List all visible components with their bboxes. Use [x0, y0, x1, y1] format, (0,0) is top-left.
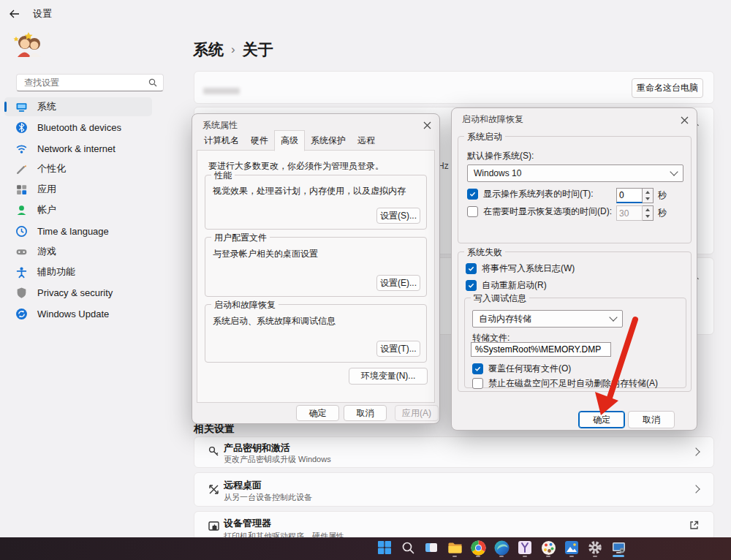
group-label: 启动和故障恢复 — [211, 299, 279, 311]
group-label: 用户配置文件 — [211, 232, 270, 244]
group-desc: 系统启动、系统故障和调试信息 — [213, 315, 336, 328]
close-icon[interactable] — [420, 118, 433, 132]
sidebar-item-windows-update[interactable]: Windows Update — [4, 304, 152, 323]
cancel-button[interactable]: 取消 — [628, 411, 675, 428]
environment-variables-button[interactable]: 环境变量(N)... — [349, 368, 428, 385]
recovery-timeout-stepper — [616, 205, 654, 221]
rename-pc-button[interactable]: 重命名这台电脑 — [632, 78, 703, 98]
write-event-log-checkbox[interactable] — [466, 263, 477, 274]
tab-hardware[interactable]: 硬件 — [245, 132, 274, 151]
ok-button[interactable]: 确定 — [296, 405, 339, 421]
default-os-label: 默认操作系统(S): — [467, 150, 534, 162]
sidebar-item-network-internet[interactable]: Network & internet — [4, 139, 152, 158]
sidebar-item-label: 帐户 — [37, 203, 56, 216]
spin-down-icon[interactable] — [643, 196, 653, 203]
edge-icon[interactable] — [493, 539, 510, 556]
checkbox-label: 显示操作系统列表的时间(T): — [483, 188, 594, 200]
sidebar-item-label: Network & internet — [37, 143, 115, 154]
sidebar-item-label: Bluetooth & devices — [37, 122, 121, 133]
group-desc: 视觉效果，处理器计划，内存使用，以及虚拟内存 — [213, 185, 406, 197]
dropdown-value: 自动内存转储 — [479, 313, 531, 325]
show-recovery-checkbox[interactable] — [467, 206, 478, 217]
file-explorer-icon[interactable] — [446, 539, 463, 556]
dump-type-dropdown[interactable]: 自动内存转储 — [472, 310, 623, 328]
user-avatar[interactable] — [10, 28, 45, 63]
tab-system-protection[interactable]: 系统保护 — [305, 132, 352, 151]
related-item-subtitle: 更改产品密钥或升级 Windows — [224, 454, 331, 465]
settings-gear-icon[interactable] — [586, 539, 604, 556]
running-indicator — [499, 556, 504, 558]
close-icon[interactable] — [678, 113, 691, 126]
related-item-remote-desktop[interactable]: 远程桌面 从另一台设备控制此设备 — [194, 472, 714, 507]
sidebar-item-label: 辅助功能 — [37, 265, 75, 279]
sidebar-item-label: Privacy & security — [37, 287, 113, 298]
ok-button[interactable]: 确定 — [578, 411, 625, 428]
related-item-subtitle: 从另一台设备控制此设备 — [224, 492, 312, 503]
search-icon — [148, 78, 157, 87]
sidebar-item-system[interactable]: 系统 — [4, 97, 152, 116]
startup-settings-button[interactable]: 设置(T)... — [376, 341, 420, 357]
show-os-list-checkbox[interactable] — [467, 189, 478, 200]
running-indicator — [452, 556, 457, 558]
spin-up-icon[interactable] — [643, 189, 653, 196]
system-properties-dialog: 系统属性 计算机名 硬件 高级 系统保护 远程 要进行大多数更改，你必须作为管理… — [192, 113, 440, 424]
performance-settings-button[interactable]: 设置(S)... — [376, 208, 420, 224]
system-properties-window-icon[interactable] — [610, 539, 627, 556]
checkbox-label: 将事件写入系统日志(W) — [482, 262, 575, 275]
tab-computer-name[interactable]: 计算机名 — [198, 132, 245, 151]
performance-group: 性能 视觉效果，处理器计划，内存使用，以及虚拟内存 设置(S)... — [205, 175, 427, 230]
sidebar-item-time-language[interactable]: Time & language — [4, 222, 152, 241]
paint-icon[interactable] — [539, 539, 557, 556]
breadcrumb: 系统 › 关于 — [193, 39, 273, 60]
default-os-dropdown[interactable]: Windows 10 — [467, 164, 683, 182]
group-label: 写入调试信息 — [471, 292, 529, 305]
gaming-icon — [15, 246, 28, 258]
key-icon — [207, 444, 221, 461]
group-label: 系统启动 — [464, 131, 505, 143]
related-item-title: 产品密钥和激活 — [224, 442, 290, 455]
sidebar-item-gaming[interactable]: 游戏 — [4, 242, 152, 261]
breadcrumb-parent[interactable]: 系统 — [193, 39, 224, 60]
sidebar-item-label: 游戏 — [37, 245, 56, 258]
sidebar-item-personalization[interactable]: 个性化 — [4, 159, 152, 178]
chrome-icon[interactable] — [469, 539, 487, 556]
profiles-settings-button[interactable]: 设置(E)... — [376, 275, 420, 291]
system-startup-group: 系统启动 默认操作系统(S): Windows 10 显示操作系统列表的时间(T… — [458, 136, 692, 243]
checkbox-label: 禁止在磁盘空间不足时自动删除内存转储(A) — [488, 377, 658, 390]
sidebar-item-accounts[interactable]: 帐户 — [4, 200, 152, 219]
overwrite-file-checkbox[interactable] — [472, 363, 483, 374]
windows-update-icon — [15, 308, 28, 320]
sidebar-item-privacy-security[interactable]: Privacy & security — [4, 283, 152, 302]
cancel-button[interactable]: 取消 — [344, 405, 387, 421]
seconds-label: 秒 — [658, 189, 667, 202]
tab-remote[interactable]: 远程 — [352, 132, 381, 151]
photos-icon[interactable] — [563, 539, 580, 556]
chevron-down-icon — [609, 313, 617, 321]
search-input[interactable] — [23, 77, 128, 88]
start-button[interactable] — [376, 539, 393, 556]
auto-restart-checkbox[interactable] — [466, 280, 477, 291]
sidebar-item-label: 个性化 — [37, 162, 66, 175]
os-list-timeout-stepper — [616, 188, 654, 203]
back-arrow-icon[interactable] — [9, 10, 20, 18]
related-item-product-key[interactable]: 产品密钥和激活 更改产品密钥或升级 Windows — [194, 436, 714, 468]
no-auto-delete-checkbox[interactable] — [472, 378, 483, 389]
task-view-icon[interactable] — [423, 539, 440, 556]
dialog-title: 启动和故障恢复 — [462, 113, 523, 126]
user-profiles-group: 用户配置文件 与登录帐户相关的桌面设置 设置(E)... — [205, 237, 427, 297]
privacy-icon — [15, 287, 28, 299]
tab-advanced[interactable]: 高级 — [274, 130, 305, 151]
os-list-timeout-input[interactable] — [616, 188, 643, 203]
sidebar-item-apps[interactable]: 应用 — [4, 180, 152, 199]
sidebar-item-accessibility[interactable]: 辅助功能 — [4, 262, 152, 281]
input-app-icon[interactable] — [516, 539, 534, 556]
external-link-icon — [689, 520, 699, 533]
running-indicator — [569, 556, 574, 558]
settings-window: 设置 系统 Bluetooth & devices Network & inte… — [0, 0, 731, 560]
taskbar-search-icon[interactable] — [399, 539, 417, 556]
page-title: 关于 — [243, 39, 273, 60]
search-box[interactable] — [16, 74, 164, 91]
sidebar-item-bluetooth-devices[interactable]: Bluetooth & devices — [4, 118, 152, 137]
dump-file-input[interactable] — [471, 342, 611, 357]
bluetooth-icon — [15, 121, 28, 134]
